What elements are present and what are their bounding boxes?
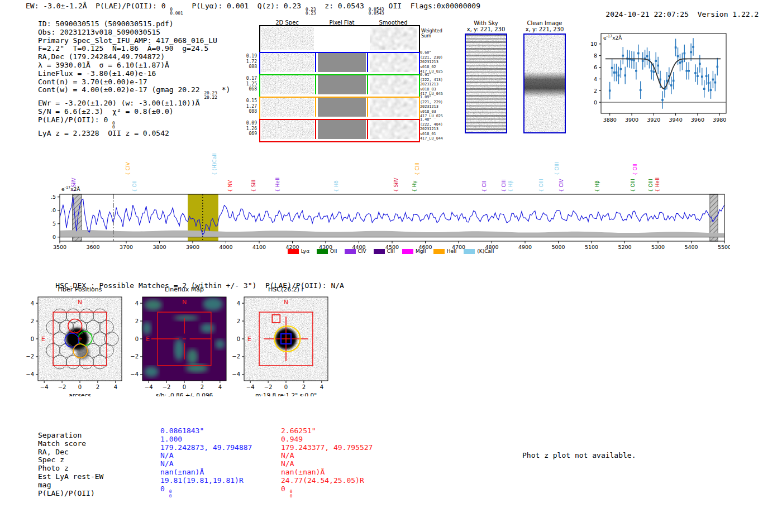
legend-swatch	[374, 249, 385, 254]
info-line: F=2.2" T=0.125 N̄=1.86 Ā=0.90 g=24.5	[38, 45, 230, 53]
north-label: N	[78, 299, 82, 306]
match-row-label: Photo z	[38, 464, 160, 473]
svg-text:−4: −4	[246, 384, 255, 390]
match-1-value: 179.242873, 49.794887	[160, 444, 281, 452]
svg-text:4: 4	[31, 300, 34, 306]
hsc-r-title: HSC(26.2) r	[244, 286, 328, 293]
match-2-value: N/A	[281, 460, 402, 468]
fiber-row-weights: 0.171.25068	[245, 76, 257, 92]
emission-line-label: { CIII	[414, 162, 420, 175]
svg-text:−2: −2	[58, 384, 66, 390]
svg-text:2: 2	[302, 384, 306, 390]
svg-text:2: 2	[237, 318, 240, 324]
match-row-label: P(LAE)/P(OII)	[38, 490, 160, 498]
svg-text:4: 4	[237, 300, 240, 306]
emission-line-label: { SiII	[251, 180, 256, 192]
match-2-value: nan(±nan)Å	[281, 468, 402, 477]
emission-line-label: { OII	[132, 180, 137, 192]
cutout-xlabel: m:19.8 re:1.2" s:0.0"	[255, 392, 317, 396]
svg-text:0: 0	[284, 384, 288, 390]
info-line: P(LAE)/P(OII): 0 00	[38, 116, 230, 130]
svg-text:0: 0	[53, 234, 56, 240]
svg-text:8: 8	[594, 52, 597, 59]
fiber-positions-cutout: NE−4−4−2−2002244arcsecs	[18, 294, 125, 396]
clean-image-title: Clean Image	[517, 20, 573, 26]
match-1-value: 1.000	[160, 435, 281, 444]
spec2d-image	[370, 53, 417, 72]
info-line: Primary Spec_Slot_IFU_AMP: 417_068_016_L…	[38, 37, 230, 45]
detection-info-block: ID: 5090030515 (5090030515.pdf)Obs: 2023…	[38, 20, 230, 138]
east-label: E	[41, 336, 45, 343]
legend-swatch	[345, 249, 356, 254]
emission-line-label: { CIV	[125, 161, 131, 175]
fiber-row-annotation: 1.48" (222, 404) 20231213 v018_01 417_LU…	[420, 117, 443, 141]
legend-item: CIII	[374, 248, 395, 254]
spec2d-image	[261, 75, 314, 94]
phot-z-note: Phot z plot not available.	[522, 451, 636, 459]
match-table-row: Separation0.0861843"2.66251"	[38, 427, 402, 435]
svg-text:e-17x2Å: e-17x2Å	[61, 185, 80, 192]
match-1-value: 19.81(19.81,19.81)R	[160, 477, 281, 485]
emission-line-label: { Hβ	[508, 180, 513, 192]
info-line: λ = 3930.01Å σ = 6.10(±1.87)Å	[38, 61, 230, 70]
match-row-label: Est LyA rest-EW	[38, 473, 160, 481]
north-label: N	[284, 299, 288, 306]
cutout-xlabel: arcsecs	[69, 392, 90, 396]
clean-image-image	[523, 33, 566, 133]
match-2-value: N/A	[281, 452, 402, 460]
match-row-label: Separation	[38, 432, 160, 440]
match-row-label: mag	[38, 481, 160, 490]
line-fit-plot: 3880390039203940396039800246810e-17x2Å	[580, 27, 733, 134]
emission-line-label: { CIV	[559, 178, 564, 192]
svg-text:2: 2	[31, 318, 34, 324]
east-label: E	[247, 336, 251, 343]
north-label: N	[182, 299, 187, 306]
info-line: Obs: 20231213v018_5090030515	[38, 28, 230, 37]
emission-line-label: { Hβ	[594, 180, 600, 192]
info-line: LyA z = 2.2328 OII z = 0.0542	[38, 130, 230, 138]
emission-line-label: { SiIV	[393, 178, 399, 192]
clean-image-panel: Clean Image x, y: 221, 230	[517, 20, 573, 32]
svg-text:3900: 3900	[625, 117, 638, 123]
emission-line-label: { CII	[481, 181, 487, 192]
match-1-value: 0.0861843"	[160, 427, 281, 435]
legend-item: Lyα	[288, 248, 309, 254]
svg-text:2: 2	[201, 384, 204, 390]
elixer-report-page: EW: -3.0±-1.2Å P(LAE)/P(OII): 0 00.001 P…	[0, 0, 782, 532]
svg-text:3960: 3960	[691, 117, 704, 123]
legend-swatch	[317, 249, 328, 254]
info-line: RA,Dec (179.242844,49.794872)	[38, 53, 230, 61]
svg-text:4: 4	[135, 300, 139, 306]
info-line: ID: 5090030515 (5090030515.pdf)	[38, 20, 230, 28]
info-line: Cont(n) = 3.70(±0.00)e-17	[38, 78, 230, 87]
fiber-row-weights: 0.151.27088	[245, 98, 257, 114]
fiber-positions-title: Fiber Positions	[38, 286, 122, 293]
svg-text:−4: −4	[232, 371, 240, 377]
svg-text:3980: 3980	[713, 117, 726, 123]
fiber-row-annotation: 1.09" (221, 229) 20231213 v018_03 417_LU…	[420, 95, 443, 119]
match-2-value: 24.77(24.54,25.05)R	[281, 477, 402, 485]
cutout-xlabel: s/b: -0.86 +/- 0.096	[156, 392, 213, 396]
spec2d-image	[261, 120, 314, 139]
spectrum-legend: LyαOIICIVCIIIMgIIHeII(K)CaII	[51, 248, 730, 254]
spec2d-image	[370, 27, 417, 50]
timestamp-version: 2024-10-21 22:07:25 Version 1.22.2	[588, 2, 759, 27]
legend-item: OII	[317, 248, 337, 254]
emission-line-label: { HeII	[275, 178, 280, 192]
pixel-flat-image	[318, 53, 366, 72]
svg-text:e-17x2Å: e-17x2Å	[603, 34, 622, 41]
pixel-flat-image	[318, 98, 366, 117]
svg-text:−4: −4	[40, 384, 49, 390]
svg-text:10: 10	[51, 207, 56, 213]
legend-item: (K)CaII	[464, 248, 494, 254]
svg-text:3920: 3920	[647, 117, 660, 123]
emission-line-label: { NV	[227, 180, 233, 192]
svg-text:6: 6	[594, 64, 597, 70]
spec2d-image	[370, 75, 417, 94]
match-2-value: 0.949	[281, 435, 402, 444]
svg-text:0: 0	[78, 384, 82, 390]
legend-item: CIV	[345, 248, 366, 254]
with-sky-image	[465, 33, 507, 133]
legend-item: MgII	[402, 248, 426, 254]
with-sky-panel: With Sky x, y: 221, 230	[458, 20, 514, 32]
